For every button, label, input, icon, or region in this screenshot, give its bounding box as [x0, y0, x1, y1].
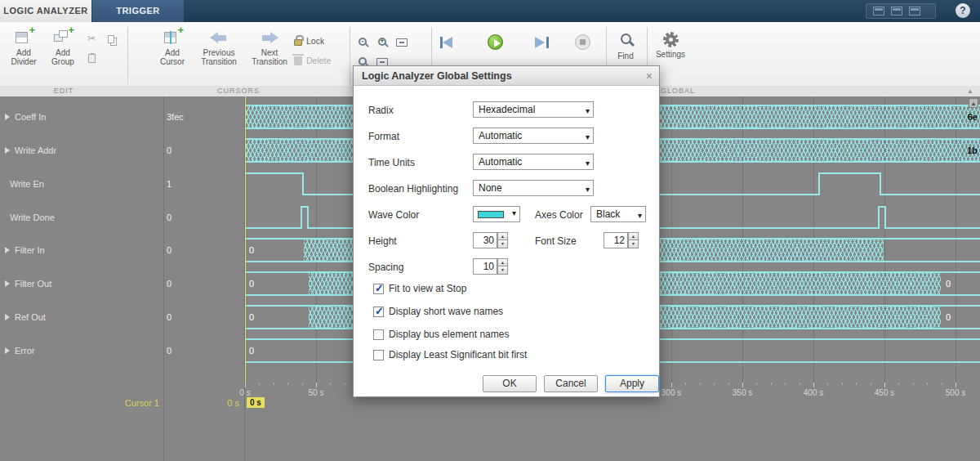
wave-color-label: Wave Color [368, 209, 419, 221]
cursor-line[interactable] [245, 96, 246, 384]
bus-element-names-checkbox-row[interactable]: Display bus element names [373, 328, 509, 341]
signal-name: Error [15, 346, 34, 356]
add-divider-icon: + [14, 29, 33, 47]
expand-arrow-icon[interactable] [5, 347, 10, 354]
paste-icon[interactable] [85, 51, 98, 65]
wave-color-select[interactable]: ▾ [473, 206, 520, 222]
chevron-down-icon: ▾ [586, 104, 590, 118]
tab-trigger[interactable]: TRIGGER [92, 0, 184, 22]
zoom-in-icon[interactable]: + [376, 35, 389, 48]
wave-value-label: 1b [967, 145, 978, 155]
signal-name: Write Done [10, 213, 55, 222]
spinner-down-icon[interactable]: ▼ [497, 266, 508, 275]
signal-value: 3fec [167, 105, 240, 129]
lock-button[interactable]: Lock [294, 35, 324, 46]
spinner-up-icon[interactable]: ▲ [497, 258, 508, 266]
next-transition-button[interactable]: Next Transition [247, 29, 292, 66]
expand-arrow-icon[interactable] [5, 280, 10, 287]
signal-row-filter-in[interactable]: Filter In [0, 238, 163, 262]
signal-value: 0 [167, 238, 240, 262]
signal-name: Filter Out [15, 279, 51, 289]
spinner-down-icon[interactable]: ▼ [497, 240, 508, 248]
add-cursor-icon: + [163, 29, 182, 47]
axes-color-select[interactable]: Black ▾ [590, 206, 646, 222]
tick-mark [316, 383, 317, 387]
collapse-toolstrip-icon[interactable]: ▴ [968, 87, 972, 95]
checkbox[interactable] [373, 307, 384, 317]
spinner-down-icon[interactable]: ▼ [628, 240, 639, 248]
wave-value-label: 6e [968, 112, 978, 122]
previous-transition-button[interactable]: Previous Transition [196, 29, 242, 66]
spinner-up-icon[interactable]: ▲ [497, 232, 508, 240]
signal-row-filter-out[interactable]: Filter Out [0, 271, 163, 296]
add-divider-button[interactable]: + Add Divider [5, 29, 42, 66]
dialog-title[interactable]: Logic Analyzer Global Settings [354, 66, 659, 86]
signal-row-coeff-in[interactable]: Coeff In [0, 105, 163, 129]
short-wave-names-checkbox-row[interactable]: Display short wave names [373, 305, 503, 318]
add-group-button[interactable]: + Add Group [44, 29, 82, 66]
toolbar-divider [127, 27, 128, 84]
next-transition-label: Next Transition [252, 48, 287, 66]
layout-icon[interactable] [873, 7, 884, 16]
help-icon[interactable]: ? [956, 3, 970, 18]
cancel-button[interactable]: Cancel [544, 375, 598, 392]
ok-button[interactable]: OK [483, 375, 537, 392]
tab-logic-analyzer[interactable]: LOGIC ANALYZER [0, 0, 91, 22]
signal-row-write-addr[interactable]: Write Addr [0, 138, 163, 163]
signal-name: Coeff In [15, 112, 46, 122]
close-icon[interactable]: × [646, 66, 653, 86]
expand-arrow-icon[interactable] [5, 114, 10, 120]
step-forward-icon[interactable] [532, 35, 550, 50]
tab-bar: LOGIC ANALYZER TRIGGER ? [0, 0, 980, 22]
tick-label: 300 s [662, 388, 681, 397]
expand-arrow-icon[interactable] [5, 314, 10, 320]
add-cursor-label: Add Cursor [160, 48, 185, 66]
settings-label: Settings [656, 50, 685, 59]
checkbox[interactable] [373, 329, 384, 340]
cursor-tag[interactable]: 0 s [247, 397, 265, 408]
zoom-out-icon[interactable]: - [356, 35, 369, 48]
run-icon[interactable] [488, 34, 503, 50]
signal-row-error[interactable]: Error [0, 338, 163, 363]
tick-mark [813, 383, 814, 387]
fit-to-view-checkbox-row[interactable]: Fit to view at Stop [373, 282, 466, 295]
chevron-down-icon: ▾ [586, 156, 590, 170]
signal-row-ref-out[interactable]: Ref Out [0, 305, 163, 329]
radix-select[interactable]: Hexadecimal ▾ [473, 101, 594, 118]
expand-arrow-icon[interactable] [5, 147, 10, 154]
signal-row-write-en[interactable]: Write En [0, 172, 163, 196]
cut-icon[interactable]: ✂ [85, 32, 98, 45]
scroll-up-icon[interactable]: ▲ [969, 98, 978, 108]
wave-ref-out-tail: 0 [941, 305, 980, 329]
minimize-icon[interactable] [909, 7, 920, 16]
boolean-highlighting-select[interactable]: None ▾ [473, 180, 594, 196]
lsb-first-checkbox-row[interactable]: Display Least Significant bit first [373, 348, 527, 361]
tick-mark [245, 383, 246, 387]
settings-button[interactable]: Settings [652, 32, 689, 59]
stop-icon[interactable] [575, 34, 590, 50]
add-group-label: Add Group [51, 48, 74, 66]
checkbox[interactable] [373, 284, 384, 294]
delete-button[interactable]: Delete [294, 55, 331, 65]
copy-icon[interactable] [105, 33, 118, 46]
spinner-up-icon[interactable]: ▲ [628, 232, 639, 240]
signal-row-write-done[interactable]: Write Done [0, 205, 163, 230]
step-back-icon[interactable] [439, 35, 457, 50]
signal-name: Write En [10, 179, 44, 189]
add-cursor-button[interactable]: + Add Cursor [152, 29, 193, 66]
section-label-cursors: CURSORS [127, 87, 350, 95]
axes-color-label: Axes Color [535, 209, 583, 221]
fit-to-view-icon[interactable] [395, 36, 408, 49]
tick-label: 450 s [875, 388, 894, 397]
format-select[interactable]: Automatic ▾ [473, 128, 594, 144]
cursor-name[interactable]: Cursor 1 [90, 398, 159, 408]
find-button[interactable]: Find [609, 32, 642, 60]
section-label-edit: EDIT [0, 87, 127, 95]
apply-button[interactable]: Apply [605, 375, 659, 392]
checkbox-label: Display Least Significant bit first [389, 349, 527, 360]
dock-icon[interactable] [891, 7, 902, 16]
checkbox[interactable] [373, 350, 384, 360]
chevron-down-icon: ▾ [586, 182, 590, 196]
time-units-select[interactable]: Automatic ▾ [473, 154, 594, 170]
expand-arrow-icon[interactable] [5, 247, 10, 253]
